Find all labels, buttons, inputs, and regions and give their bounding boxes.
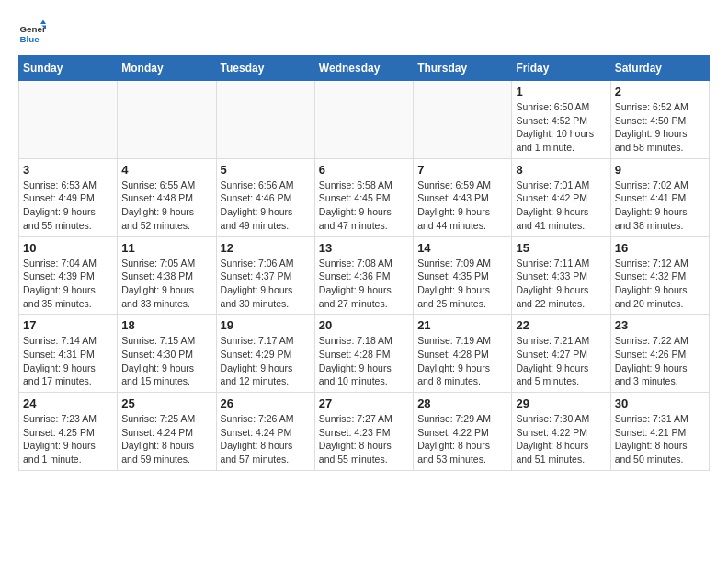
svg-marker-2 [40, 20, 46, 25]
calendar-cell: 20Sunrise: 7:18 AM Sunset: 4:28 PM Dayli… [314, 315, 413, 393]
calendar-cell: 7Sunrise: 6:59 AM Sunset: 4:43 PM Daylig… [414, 158, 512, 236]
day-info: Sunrise: 7:08 AM Sunset: 4:36 PM Dayligh… [319, 257, 409, 311]
day-number: 6 [319, 163, 409, 177]
day-info: Sunrise: 7:05 AM Sunset: 4:38 PM Dayligh… [121, 257, 211, 311]
calendar-cell: 23Sunrise: 7:22 AM Sunset: 4:26 PM Dayli… [610, 315, 709, 393]
day-info: Sunrise: 7:27 AM Sunset: 4:23 PM Dayligh… [319, 412, 409, 466]
day-number: 5 [221, 163, 311, 177]
day-info: Sunrise: 7:23 AM Sunset: 4:25 PM Dayligh… [23, 412, 113, 466]
page-header: General Blue [18, 18, 710, 46]
day-number: 27 [319, 396, 409, 410]
calendar-cell: 4Sunrise: 6:55 AM Sunset: 4:48 PM Daylig… [118, 158, 216, 236]
calendar-cell: 8Sunrise: 7:01 AM Sunset: 4:42 PM Daylig… [512, 158, 610, 236]
day-info: Sunrise: 7:31 AM Sunset: 4:21 PM Dayligh… [615, 412, 705, 466]
day-info: Sunrise: 7:17 AM Sunset: 4:29 PM Dayligh… [221, 334, 311, 388]
day-number: 20 [319, 318, 409, 332]
weekday-header-row: SundayMondayTuesdayWednesdayThursdayFrid… [19, 56, 710, 81]
calendar-cell: 3Sunrise: 6:53 AM Sunset: 4:49 PM Daylig… [19, 158, 118, 236]
day-info: Sunrise: 7:09 AM Sunset: 4:35 PM Dayligh… [417, 257, 507, 311]
weekday-header: Monday [118, 56, 216, 81]
day-info: Sunrise: 7:06 AM Sunset: 4:37 PM Dayligh… [221, 257, 311, 311]
calendar-cell [314, 81, 413, 159]
day-number: 23 [615, 318, 705, 332]
day-info: Sunrise: 7:19 AM Sunset: 4:28 PM Dayligh… [417, 334, 507, 388]
logo-icon: General Blue [18, 18, 46, 46]
calendar-cell: 24Sunrise: 7:23 AM Sunset: 4:25 PM Dayli… [19, 393, 118, 471]
day-info: Sunrise: 7:02 AM Sunset: 4:41 PM Dayligh… [615, 178, 705, 233]
day-info: Sunrise: 6:58 AM Sunset: 4:45 PM Dayligh… [319, 178, 409, 233]
calendar-week-row: 1Sunrise: 6:50 AM Sunset: 4:52 PM Daylig… [19, 81, 710, 159]
calendar-week-row: 10Sunrise: 7:04 AM Sunset: 4:39 PM Dayli… [19, 236, 710, 315]
day-number: 11 [121, 241, 211, 255]
weekday-header: Friday [512, 56, 610, 81]
calendar-cell: 27Sunrise: 7:27 AM Sunset: 4:23 PM Dayli… [314, 393, 413, 471]
calendar-cell: 10Sunrise: 7:04 AM Sunset: 4:39 PM Dayli… [19, 236, 118, 315]
day-number: 18 [121, 318, 211, 332]
day-number: 7 [417, 163, 507, 177]
day-number: 1 [516, 85, 606, 98]
day-number: 10 [23, 241, 113, 255]
day-info: Sunrise: 6:53 AM Sunset: 4:49 PM Dayligh… [23, 178, 113, 233]
day-info: Sunrise: 7:21 AM Sunset: 4:27 PM Dayligh… [516, 334, 606, 388]
calendar-cell: 22Sunrise: 7:21 AM Sunset: 4:27 PM Dayli… [512, 315, 610, 393]
day-number: 26 [221, 396, 311, 410]
calendar-cell: 30Sunrise: 7:31 AM Sunset: 4:21 PM Dayli… [610, 393, 709, 471]
day-info: Sunrise: 6:50 AM Sunset: 4:52 PM Dayligh… [516, 100, 606, 155]
calendar-week-row: 17Sunrise: 7:14 AM Sunset: 4:31 PM Dayli… [19, 315, 710, 393]
day-info: Sunrise: 7:01 AM Sunset: 4:42 PM Dayligh… [516, 178, 606, 233]
day-info: Sunrise: 6:59 AM Sunset: 4:43 PM Dayligh… [417, 178, 507, 233]
calendar-cell: 28Sunrise: 7:29 AM Sunset: 4:22 PM Dayli… [414, 393, 512, 471]
calendar-cell: 14Sunrise: 7:09 AM Sunset: 4:35 PM Dayli… [414, 236, 512, 315]
weekday-header: Tuesday [216, 56, 314, 81]
calendar-cell: 16Sunrise: 7:12 AM Sunset: 4:32 PM Dayli… [610, 236, 709, 315]
day-info: Sunrise: 6:56 AM Sunset: 4:46 PM Dayligh… [221, 178, 311, 233]
weekday-header: Saturday [610, 56, 709, 81]
day-number: 29 [516, 396, 606, 410]
calendar-cell: 26Sunrise: 7:26 AM Sunset: 4:24 PM Dayli… [216, 393, 314, 471]
calendar-cell: 13Sunrise: 7:08 AM Sunset: 4:36 PM Dayli… [314, 236, 413, 315]
day-number: 30 [615, 396, 705, 410]
calendar-cell [216, 81, 314, 159]
calendar-week-row: 3Sunrise: 6:53 AM Sunset: 4:49 PM Daylig… [19, 158, 710, 236]
day-number: 25 [121, 396, 211, 410]
day-info: Sunrise: 7:25 AM Sunset: 4:24 PM Dayligh… [121, 412, 211, 466]
calendar-table: SundayMondayTuesdayWednesdayThursdayFrid… [18, 55, 710, 471]
day-number: 13 [319, 241, 409, 255]
day-number: 22 [516, 318, 606, 332]
day-info: Sunrise: 7:04 AM Sunset: 4:39 PM Dayligh… [23, 257, 113, 311]
day-info: Sunrise: 7:18 AM Sunset: 4:28 PM Dayligh… [319, 334, 409, 388]
calendar-cell: 29Sunrise: 7:30 AM Sunset: 4:22 PM Dayli… [512, 393, 610, 471]
calendar-cell: 21Sunrise: 7:19 AM Sunset: 4:28 PM Dayli… [414, 315, 512, 393]
weekday-header: Thursday [414, 56, 512, 81]
day-number: 28 [417, 396, 507, 410]
calendar-cell: 18Sunrise: 7:15 AM Sunset: 4:30 PM Dayli… [118, 315, 216, 393]
day-number: 19 [221, 318, 311, 332]
day-info: Sunrise: 7:26 AM Sunset: 4:24 PM Dayligh… [221, 412, 311, 466]
day-number: 4 [121, 163, 211, 177]
calendar-cell: 25Sunrise: 7:25 AM Sunset: 4:24 PM Dayli… [118, 393, 216, 471]
day-info: Sunrise: 6:55 AM Sunset: 4:48 PM Dayligh… [121, 178, 211, 233]
calendar-cell: 19Sunrise: 7:17 AM Sunset: 4:29 PM Dayli… [216, 315, 314, 393]
calendar-week-row: 24Sunrise: 7:23 AM Sunset: 4:25 PM Dayli… [19, 393, 710, 471]
logo: General Blue [18, 18, 50, 46]
calendar-cell: 12Sunrise: 7:06 AM Sunset: 4:37 PM Dayli… [216, 236, 314, 315]
day-number: 15 [516, 241, 606, 255]
calendar-cell [118, 81, 216, 159]
day-number: 14 [417, 241, 507, 255]
weekday-header: Wednesday [314, 56, 413, 81]
day-number: 17 [23, 318, 113, 332]
svg-text:Blue: Blue [20, 34, 40, 44]
day-info: Sunrise: 7:30 AM Sunset: 4:22 PM Dayligh… [516, 412, 606, 466]
day-number: 21 [417, 318, 507, 332]
calendar-cell: 6Sunrise: 6:58 AM Sunset: 4:45 PM Daylig… [314, 158, 413, 236]
calendar-cell: 9Sunrise: 7:02 AM Sunset: 4:41 PM Daylig… [610, 158, 709, 236]
day-number: 24 [23, 396, 113, 410]
day-info: Sunrise: 7:14 AM Sunset: 4:31 PM Dayligh… [23, 334, 113, 388]
day-info: Sunrise: 7:22 AM Sunset: 4:26 PM Dayligh… [615, 334, 705, 388]
calendar-cell: 1Sunrise: 6:50 AM Sunset: 4:52 PM Daylig… [512, 81, 610, 159]
calendar-cell: 5Sunrise: 6:56 AM Sunset: 4:46 PM Daylig… [216, 158, 314, 236]
day-number: 9 [615, 163, 705, 177]
day-info: Sunrise: 6:52 AM Sunset: 4:50 PM Dayligh… [615, 100, 705, 155]
day-number: 3 [23, 163, 113, 177]
calendar-cell [414, 81, 512, 159]
